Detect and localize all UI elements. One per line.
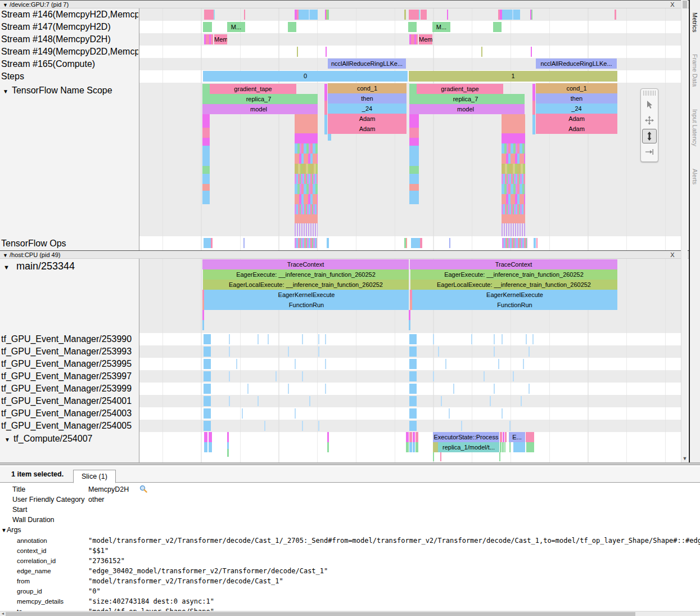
trace-slice[interactable]	[229, 396, 230, 406]
trace-slice[interactable]	[453, 384, 454, 394]
trace-slice[interactable]	[421, 10, 427, 20]
trace-slice[interactable]	[409, 432, 412, 442]
trace-slice-eager-kernel-execute[interactable]: EagerKernelExecute	[412, 290, 617, 300]
trace-slice-nccl[interactable]: ncclAllReduceRingLLKe...	[536, 59, 617, 69]
trace-slice[interactable]	[502, 334, 503, 344]
trace-slice[interactable]	[204, 359, 211, 369]
scope-bar-label[interactable]: Adam	[536, 124, 617, 134]
trace-slice[interactable]	[229, 347, 230, 357]
trace-slice[interactable]	[204, 396, 211, 406]
trace-slice[interactable]	[409, 421, 417, 431]
trace-slice[interactable]	[494, 334, 495, 344]
trace-slice[interactable]	[409, 396, 417, 406]
trace-slice[interactable]	[247, 384, 249, 394]
trace-slice[interactable]	[503, 432, 504, 442]
track-label-main[interactable]: ▼main/253344	[3, 260, 138, 273]
op-slice[interactable]	[536, 238, 538, 248]
trace-slice[interactable]	[204, 421, 211, 431]
op-slice[interactable]	[327, 238, 329, 248]
trace-slice[interactable]	[409, 408, 417, 419]
scope-bar-label[interactable]: model	[426, 104, 505, 114]
trace-slice[interactable]	[406, 442, 409, 452]
trace-slice[interactable]	[494, 384, 495, 394]
scope-bar-label[interactable]: then	[328, 93, 407, 104]
op-slice[interactable]	[534, 238, 536, 248]
op-slice[interactable]	[449, 238, 450, 248]
op-slice[interactable]	[211, 238, 213, 248]
trace-slice-eager-execute[interactable]: EagerExecute: __inference_train_function…	[410, 269, 617, 280]
trace-slice-eager-local-execute[interactable]: EagerLocalExecute: __inference_train_fun…	[410, 280, 617, 290]
trace-slice[interactable]	[258, 396, 259, 406]
trace-slice[interactable]	[295, 359, 296, 369]
trace-slice[interactable]	[438, 347, 439, 357]
trace-slice[interactable]	[449, 408, 450, 419]
collapse-arrow-icon[interactable]: ▼	[3, 2, 8, 8]
trace-slice[interactable]	[433, 371, 434, 381]
scroll-down-arrow-icon[interactable]: ▼	[681, 456, 688, 461]
slice-tab[interactable]: Slice (1)	[73, 470, 116, 483]
trace-slice-memcpy-d2h[interactable]: Mem	[419, 34, 432, 44]
trace-slice[interactable]	[318, 334, 319, 344]
collapse-arrow-icon[interactable]: ▼	[3, 253, 8, 258]
op-slice[interactable]	[204, 238, 211, 248]
trace-slice-tracecontext[interactable]: TraceContext	[202, 259, 409, 269]
trace-slice[interactable]	[433, 334, 434, 344]
trace-slice[interactable]	[318, 421, 319, 431]
trace-slice[interactable]	[531, 10, 532, 20]
op-slice[interactable]	[243, 238, 245, 248]
trace-slice[interactable]	[523, 359, 524, 369]
trace-slice-function-run[interactable]: FunctionRun	[412, 300, 617, 310]
trace-slice[interactable]	[409, 320, 410, 330]
trace-slice[interactable]	[440, 452, 441, 461]
trace-slice[interactable]	[244, 10, 245, 20]
horizontal-scrollbar[interactable]: ◄	[0, 611, 700, 616]
trace-slice[interactable]	[513, 371, 514, 381]
scope-bar-label[interactable]: _24	[536, 104, 617, 114]
trace-slice[interactable]	[502, 10, 512, 20]
zoom-tool-button[interactable]	[642, 129, 657, 143]
trace-slice[interactable]	[529, 384, 530, 394]
trace-slice[interactable]	[526, 334, 527, 344]
trace-slice[interactable]	[327, 10, 329, 20]
tab-metrics[interactable]: Metrics	[692, 12, 698, 32]
trace-slice[interactable]	[295, 408, 296, 419]
tab-frame-data[interactable]: Frame Data	[692, 54, 698, 87]
trace-slice[interactable]	[204, 384, 211, 394]
flame-column[interactable]	[502, 114, 525, 236]
trace-slice[interactable]	[227, 442, 229, 449]
trace-slice[interactable]	[204, 34, 213, 44]
trace-slice[interactable]	[214, 10, 215, 20]
trace-slice[interactable]	[409, 347, 417, 357]
trace-slice[interactable]	[325, 334, 326, 344]
trace-slice[interactable]	[258, 334, 259, 344]
scope-bar-label[interactable]: cond_1	[536, 83, 617, 93]
trace-slice[interactable]	[419, 10, 420, 20]
args-header-row[interactable]: ▼Args	[0, 525, 700, 535]
trace-slice[interactable]	[264, 421, 265, 431]
trace-slice[interactable]	[433, 452, 434, 461]
trace-slice[interactable]	[513, 10, 520, 20]
trace-slice-eager-kernel-execute[interactable]: EagerKernelExecute	[204, 290, 409, 300]
trace-slice[interactable]	[302, 334, 303, 344]
trace-slice[interactable]	[471, 334, 472, 344]
scrollbar-thumb[interactable]	[683, 1, 687, 8]
trace-slice[interactable]	[445, 359, 446, 369]
trace-slice[interactable]	[498, 359, 499, 369]
trace-slice[interactable]	[526, 442, 534, 452]
trace-slice[interactable]	[204, 347, 211, 357]
track-label-name-scope[interactable]: ▼TensorFlow Name Scope	[3, 84, 139, 98]
flame-column[interactable]	[295, 114, 318, 236]
trace-slice[interactable]	[276, 371, 277, 381]
trace-slice[interactable]	[229, 371, 230, 381]
pan-tool-button[interactable]	[642, 113, 657, 128]
trace-slice[interactable]	[509, 442, 511, 452]
trace-slice[interactable]	[209, 442, 212, 452]
scope-bar-label[interactable]: _24	[328, 104, 407, 114]
trace-slice[interactable]	[328, 134, 331, 141]
trace-slice[interactable]	[409, 334, 417, 344]
trace-slice[interactable]	[532, 334, 534, 344]
collapse-arrow-icon[interactable]: ▼	[3, 264, 10, 271]
trace-slice[interactable]	[227, 432, 229, 442]
trace-slice[interactable]	[521, 396, 522, 406]
trace-slice[interactable]	[326, 47, 327, 57]
